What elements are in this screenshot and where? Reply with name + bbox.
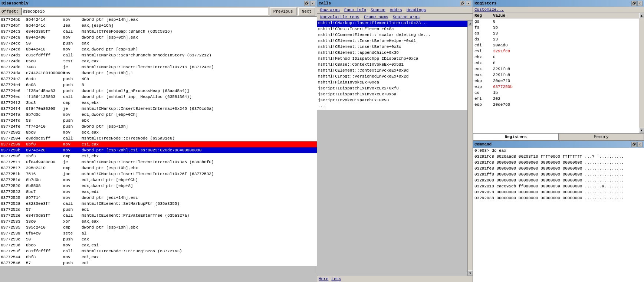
calls-tab[interactable]: Addrs xyxy=(388,7,404,13)
disasm-row[interactable]: 637725110f84d9930c00jemshtml!CMarkup::In… xyxy=(0,159,317,165)
reg-scroll-down[interactable]: ▼ xyxy=(639,128,644,133)
disasm-row[interactable]: 63772535395c2410cmpdword ptr [esp+10h],e… xyxy=(0,224,317,230)
disasm-row[interactable]: 637724e6ff35a4d5aa63pushdword ptr [mshtm… xyxy=(0,88,317,94)
calls-tab[interactable]: Raw args xyxy=(319,7,341,13)
calls-bottom-tab[interactable]: More xyxy=(319,277,328,281)
register-row[interactable]: eax3291fc8 xyxy=(473,72,639,78)
disasm-row[interactable]: 6377250f3bf3cmpesi,ebx xyxy=(0,153,317,159)
calls-subtab[interactable]: Frame nums xyxy=(362,14,390,20)
calls-scroll-up[interactable]: ▲ xyxy=(468,21,473,26)
disasm-row[interactable]: 63772525897714movdword ptr [edi+14h],esi xyxy=(0,195,317,201)
calls-row[interactable]: mshtml!CElement::appendChild+0x39 xyxy=(317,50,467,56)
calls-row[interactable]: mshtml!CElement::InsertBeforeHelper+0xd1 xyxy=(317,39,467,45)
register-row[interactable]: ebp20de7f0 xyxy=(473,78,639,84)
register-row[interactable]: fs3b xyxy=(473,24,639,30)
calls-row[interactable]: mshtml!CDoc::InsertElement+0x8a xyxy=(317,27,467,33)
disasm-row[interactable]: 637724fd53pushebx xyxy=(0,118,317,124)
disassembly-close-btn[interactable]: ✕ xyxy=(310,1,315,6)
register-row[interactable]: eip6377250b xyxy=(473,84,639,90)
registers-close-btn[interactable]: ✕ xyxy=(637,1,643,6)
offset-input[interactable] xyxy=(22,8,268,15)
register-row[interactable]: edi20aad8 xyxy=(473,42,639,48)
calls-row[interactable]: ... xyxy=(317,104,467,110)
next-button[interactable]: Next xyxy=(298,7,315,16)
disasm-row[interactable]: 63772504e8dd0ce3ffcallmshtml!CTreeNode::… xyxy=(0,135,317,141)
disasm-row[interactable]: 6377253c50pusheax xyxy=(0,236,317,242)
disasm-row[interactable]: 6377254657pushedi xyxy=(0,260,317,266)
disasm-row[interactable]: 637724f23bc3cmpeax,ebx xyxy=(0,100,317,106)
calls-row[interactable]: mshtml!CElement::ContextInvokeEx+0x9d xyxy=(317,68,467,74)
registers-tab-registers[interactable]: Registers xyxy=(473,133,559,141)
calls-row[interactable]: mshtml!PlainInvokeEx+0xea xyxy=(317,80,467,86)
disasm-row[interactable]: 637724cc50pusheax xyxy=(0,40,317,46)
disasm-row[interactable]: 6377250b89742428movdword ptr [esp+28h],e… xyxy=(0,147,317,153)
calls-tab[interactable]: Source xyxy=(369,7,387,13)
disasm-row[interactable]: 637725238bc7moveax,edi xyxy=(0,189,317,195)
calls-tab[interactable]: Func info xyxy=(343,7,368,13)
disasm-row[interactable]: 637724f40f8470a80200jemshtml!CMarkup::In… xyxy=(0,106,317,112)
disasm-row[interactable]: 637724dac744241801000000movdword ptr [es… xyxy=(0,70,317,76)
disasm-row[interactable]: 637724c3e84e33e5ffcallmshtml!CTreePosGap… xyxy=(0,29,317,35)
disasm-row[interactable]: 63772528e8280ee3ffcallmshtml!CElement::S… xyxy=(0,201,317,207)
calls-row[interactable]: mshtml!Method_IDispatchpp_IDispatchp+0xc… xyxy=(317,56,467,62)
register-row[interactable]: cs1b xyxy=(473,90,639,96)
disasm-row[interactable]: 6377253d8bc6moveax,esi xyxy=(0,242,317,248)
disasm-row[interactable]: 637724d87408jemshtml!CMarkup::InsertElem… xyxy=(0,64,317,70)
disassembly-restore-btn[interactable]: 🗗 xyxy=(304,1,309,6)
registers-restore-btn[interactable]: 🗗 xyxy=(631,1,637,6)
calls-row[interactable]: mshtml!CMarkup::InsertElementInternal+0x… xyxy=(317,21,467,27)
calls-subtab[interactable]: Nonvolatile regs xyxy=(319,14,361,20)
calls-restore-btn[interactable]: 🗗 xyxy=(460,1,465,6)
command-restore-btn[interactable]: 🗗 xyxy=(631,142,637,147)
calls-row[interactable]: jscript!InvokeDispatchEx+0x98 xyxy=(317,98,467,104)
calls-row[interactable]: jscript!IDispatchExInvokeEx2+0xf8 xyxy=(317,86,467,92)
register-row[interactable]: es23 xyxy=(473,30,639,36)
calls-row[interactable]: mshtml!CInpgt::VersionedInvokeEx+0x2d xyxy=(317,74,467,80)
register-row[interactable]: efl202 xyxy=(473,96,639,102)
disasm-row[interactable]: 6377251d8b7d0cmovedi,dword ptr [ebp+0Ch] xyxy=(0,177,317,183)
disasm-row[interactable]: 637724bb89442414movdword ptr [esp+14h],e… xyxy=(0,17,317,23)
disasm-row[interactable]: 6377251b7516jnemshtml!CMarkup::InsertEle… xyxy=(0,171,317,177)
register-row[interactable]: esp20de760 xyxy=(473,102,639,108)
register-row[interactable]: ecx3291fc8 xyxy=(473,66,639,72)
reg-scroll-up[interactable]: ▲ xyxy=(639,13,644,18)
disasm-row[interactable]: 637724d885c0testeax,eax xyxy=(0,58,317,64)
register-row[interactable]: edx8 xyxy=(473,60,639,66)
calls-scroll-down[interactable]: ▼ xyxy=(468,270,473,276)
register-row[interactable]: gs0 xyxy=(473,19,639,24)
calls-row[interactable]: jscript!IDispatchExInvokeEx+0x6a xyxy=(317,92,467,98)
register-row[interactable]: ds23 xyxy=(473,36,639,42)
disasm-row[interactable]: 637725098bf0movesi,eax xyxy=(0,141,317,147)
disasm-row[interactable]: 637724ecff1564135863calldword ptr [mshtm… xyxy=(0,94,317,100)
calls-close-btn[interactable]: ✕ xyxy=(466,1,471,6)
previous-button[interactable]: Previous xyxy=(270,7,297,16)
registers-tab-memory[interactable]: Memory xyxy=(559,133,644,141)
disasm-row[interactable]: 637724feff742410pushdword ptr [esp+10h] xyxy=(0,124,317,129)
disasm-row[interactable]: 637724d1e83cfdffffcallmshtml!CMarkup::Se… xyxy=(0,52,317,58)
disasm-row[interactable]: 6377253333c0xoreax,eax xyxy=(0,219,317,224)
calls-row[interactable]: mshtml!CBase::ContextInvokeEx+0x5d1 xyxy=(317,62,467,68)
register-row[interactable]: esi3291fc8 xyxy=(473,48,639,54)
disasm-row[interactable]: 637724bf8d44241cleaeax,[esp+1Ch] xyxy=(0,23,317,29)
calls-bottom-tab[interactable]: Less xyxy=(331,277,341,281)
disasm-row[interactable]: 6377253fe81ffcffffcallmshtml!CTreeNode::… xyxy=(0,248,317,254)
disasm-row[interactable]: 63772517395c2410cmpdword ptr [esp+10h],e… xyxy=(0,165,317,171)
disasm-row[interactable]: 637725448bf8movedi,eax xyxy=(0,254,317,260)
calls-subtab[interactable]: Source args xyxy=(391,14,421,20)
disasm-row[interactable]: 6377252ee8470de3ffcallmshtml!CElement::P… xyxy=(0,213,317,219)
disasm-row[interactable]: 637724cd8b442418moveax,dword ptr [esp+18… xyxy=(0,46,317,52)
register-row[interactable]: ebx0 xyxy=(473,54,639,60)
calls-tab[interactable]: Headings xyxy=(405,7,428,13)
customize-link[interactable]: Customize... xyxy=(474,7,504,12)
disasm-row[interactable]: 637724fa8b7d0cmovedi,dword ptr [ebp+0Ch] xyxy=(0,112,317,118)
disasm-row[interactable]: 637724c889442400movdword ptr [esp+0Ch],e… xyxy=(0,35,317,40)
disasm-row[interactable]: 637724e26a4cpush4Ch xyxy=(0,76,317,82)
disasm-row[interactable]: 637724e46a08push8 xyxy=(0,82,317,88)
calls-row[interactable]: mshtml!CElement::insertBefore+0x3c xyxy=(317,45,467,50)
disasm-row[interactable]: 637725028bc8movecx,eax xyxy=(0,129,317,135)
disasm-row[interactable]: 637725390f94c0seteal xyxy=(0,230,317,236)
disasm-row[interactable]: 6377252d57pushedi xyxy=(0,207,317,213)
calls-row[interactable]: mshtml!CCommentElement::`scalar deleting… xyxy=(317,33,467,39)
command-close-btn[interactable]: ✕ xyxy=(637,142,643,147)
disasm-row[interactable]: 637725208b5508movedx,dword ptr [ebp+8] xyxy=(0,183,317,189)
